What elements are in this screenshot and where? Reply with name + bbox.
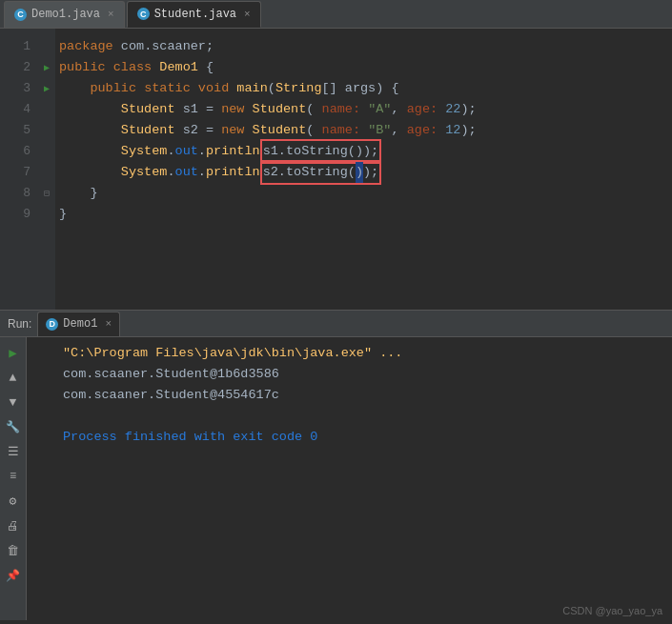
- gutter-3[interactable]: ▶: [38, 78, 55, 99]
- run-header: Run: D Demo1 ×: [0, 311, 672, 337]
- ln-8: 8: [0, 183, 38, 204]
- run-tab-demo1[interactable]: D Demo1 ×: [37, 312, 120, 336]
- ln-9: 9: [0, 204, 38, 225]
- ln-5: 5: [0, 120, 38, 141]
- run-output-area: "C:\Program Files\java\jdk\bin\java.exe"…: [53, 337, 412, 620]
- watermark: CSDN @yao_yao_ya: [562, 605, 662, 616]
- ln-1: 1: [0, 36, 38, 57]
- code-line-5: Student s2 = new Student( name: "B", age…: [59, 120, 672, 141]
- run-align-button[interactable]: ≡: [4, 467, 23, 486]
- tab-bar: C Demo1.java × C Student.java ×: [0, 0, 672, 29]
- run-format-button[interactable]: ☰: [4, 442, 23, 461]
- run-gear-button[interactable]: ⚙: [4, 492, 23, 511]
- gutter: ▶ ▶ ⊟: [38, 29, 55, 310]
- run-output-line-2: com.scaaner.Student@1b6d3586: [63, 364, 402, 385]
- code-line-4: Student s1 = new Student( name: "A", age…: [59, 99, 672, 120]
- demo1-tab-close[interactable]: ×: [108, 9, 114, 20]
- gutter-2[interactable]: ▶: [38, 57, 55, 78]
- gutter-7: [38, 162, 55, 183]
- code-line-8: }: [59, 183, 672, 204]
- run-settings-button[interactable]: 🔧: [4, 417, 23, 436]
- code-line-1: package com.scaaner;: [59, 36, 672, 57]
- code-line-7: System.out.printlns2.toString());: [59, 162, 672, 183]
- editor-area: 1 2 3 4 5 6 7 8 9 ▶ ▶ ⊟ package com.scaa…: [0, 29, 672, 310]
- line-numbers: 1 2 3 4 5 6 7 8 9: [0, 29, 38, 310]
- gutter-6: [38, 141, 55, 162]
- code-line-3: public static void main(String[] args) {: [59, 78, 672, 99]
- run-output-line-4: [63, 406, 402, 427]
- tab-student[interactable]: C Student.java ×: [127, 1, 261, 28]
- ln-2: 2: [0, 57, 38, 78]
- code-line-2: public class Demo1 {: [59, 57, 672, 78]
- ln-3: 3: [0, 78, 38, 99]
- student-tab-close[interactable]: ×: [244, 9, 251, 20]
- run-play-button[interactable]: ▶: [4, 343, 23, 362]
- run-delete-button[interactable]: 🗑: [4, 541, 23, 560]
- run-body: ▶ ▲ ▼ 🔧 ☰ ≡ ⚙ 🖨 🗑 📌 "C:\Program Files\ja…: [0, 337, 672, 620]
- run-scroll-up-button[interactable]: ▲: [4, 368, 23, 387]
- run-output-line-3: com.scaaner.Student@4554617c: [63, 385, 402, 406]
- run-pin-button[interactable]: 📌: [4, 566, 23, 585]
- ln-7: 7: [0, 162, 38, 183]
- code-line-6: System.out.printlns1.toString());: [59, 141, 672, 162]
- run-tab-icon: D: [46, 318, 58, 331]
- student-tab-icon: C: [137, 8, 150, 20]
- tab-demo1[interactable]: C Demo1.java ×: [4, 1, 125, 28]
- run-cmd-text: "C:\Program Files\java\jdk\bin\java.exe"…: [63, 343, 402, 364]
- gutter-9: [38, 204, 55, 225]
- run-print-button[interactable]: 🖨: [4, 516, 23, 535]
- run-class-2: com.scaaner.Student@4554617c: [63, 385, 279, 406]
- run-panel: Run: D Demo1 × ▶ ▲ ▼ 🔧 ☰ ≡ ⚙ 🖨 🗑: [0, 310, 672, 619]
- demo1-tab-icon: C: [14, 9, 27, 21]
- run-class-1: com.scaaner.Student@1b6d3586: [63, 364, 279, 385]
- student-tab-label: Student.java: [154, 8, 236, 21]
- demo1-tab-label: Demo1.java: [31, 8, 100, 21]
- run-output-line-1: "C:\Program Files\java\jdk\bin\java.exe"…: [63, 343, 402, 364]
- run-tab-label: Demo1: [63, 317, 97, 331]
- ln-6: 6: [0, 141, 38, 162]
- run-process-text: Process finished with exit code 0: [63, 427, 317, 448]
- run-output-line-5: Process finished with exit code 0: [63, 427, 402, 448]
- run-toolbar: ▶ ▲ ▼ 🔧 ☰ ≡ ⚙ 🖨 🗑 📌: [0, 337, 27, 620]
- gutter-8[interactable]: ⊟: [38, 183, 55, 204]
- run-label: Run:: [8, 317, 31, 331]
- gutter-4: [38, 99, 55, 120]
- ln-4: 4: [0, 99, 38, 120]
- run-scroll-down-button[interactable]: ▼: [4, 393, 23, 412]
- run-tab-close[interactable]: ×: [105, 318, 112, 330]
- code-line-9: }: [59, 204, 672, 225]
- code-editor[interactable]: package com.scaaner; public class Demo1 …: [55, 29, 672, 310]
- gutter-1: [38, 36, 55, 57]
- gutter-5: [38, 120, 55, 141]
